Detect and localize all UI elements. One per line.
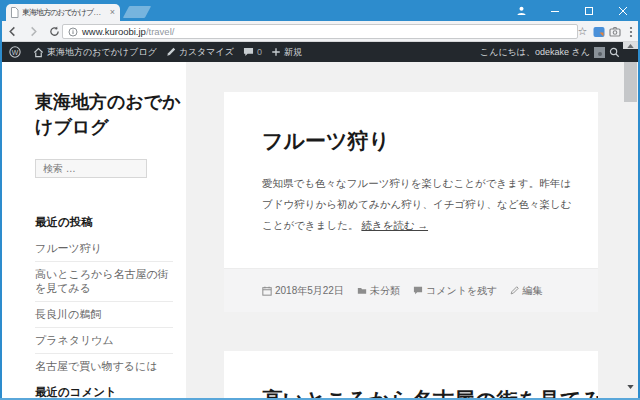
post-excerpt: 愛知県でも色々なフルーツ狩りを楽しむことができます。昨年はブドウ狩りから初めてみ… [262,173,578,236]
post-title-link[interactable]: フルーツ狩り [224,92,598,156]
admin-bar-site-link[interactable]: 東海地方のおでかけブログ [33,46,157,59]
search-icon[interactable] [609,47,620,58]
window-border-left [0,21,2,400]
plus-icon [271,47,281,57]
scrollbar-thumb[interactable] [624,62,637,102]
wp-admin-bar: W 東海地方のおでかけブログ カスタマイズ 0 新規 こんにちは、odekake… [0,42,640,62]
recent-post-link[interactable]: プラネタリウム [35,328,173,354]
post-title-link[interactable]: 高いところから名古屋の街を見てみる [224,351,598,398]
post-card: 高いところから名古屋の街を見てみる [224,351,598,398]
scrollbar-down-icon[interactable] [623,382,638,392]
camera-extension-icon[interactable] [607,24,622,39]
customize-link[interactable]: カスタマイズ [166,46,234,59]
tab-title: 東海地方のおでかけブログ [22,7,106,18]
document-favicon-icon [10,7,19,18]
customize-pencil-icon [166,47,176,57]
post-date: 2018年5月22日 [262,284,344,298]
svg-text:W: W [12,49,19,56]
page-content: 東海地方のおでかけブログ 最近の投稿 フルーツ狩り高いところから名古屋の街を見て… [2,62,638,398]
comment-icon [413,286,423,295]
recent-post-link[interactable]: 名古屋で買い物するには [35,354,173,379]
new-content-link[interactable]: 新規 [271,46,302,59]
minimize-button[interactable] [538,0,572,21]
post-card: フルーツ狩り 愛知県でも色々なフルーツ狩りを楽しむことができます。昨年はブドウ狩… [224,92,598,312]
post-meta-footer: 2018年5月22日 未分類 コメントを残す 編集 [224,268,598,312]
comments-count: 0 [257,47,262,57]
menu-dots-icon[interactable] [623,24,638,39]
main-content: フルーツ狩り 愛知県でも色々なフルーツ狩りを楽しむことができます。昨年はブドウ狩… [186,62,625,398]
home-icon [33,47,44,58]
tab-close-icon[interactable]: × [109,8,116,17]
url-host: www.kuroobi.jp [82,26,146,37]
admin-greeting[interactable]: こんにちは、odekake さん [480,46,590,59]
blog-title[interactable]: 東海地方のおでかけブログ [35,90,185,140]
recent-post-link[interactable]: 高いところから名古屋の街を見てみる [35,262,173,302]
new-tab-button[interactable] [123,6,151,18]
back-icon[interactable] [3,22,21,40]
new-label: 新規 [284,46,302,59]
leave-comment-link[interactable]: コメントを残す [413,284,497,298]
page-scrollbar[interactable] [623,42,638,398]
recent-post-link[interactable]: 長良川の鵜飼 [35,302,173,328]
browser-tab[interactable]: 東海地方のおでかけブログ × [6,4,120,21]
profile-icon[interactable] [504,0,538,21]
comments-link[interactable]: 0 [243,47,262,57]
bookmark-star-icon[interactable]: ☆ [575,24,590,39]
read-more-link[interactable]: 続きを読む → [361,219,428,231]
comments-bubble-icon [243,47,254,57]
browser-toolbar: www.kuroobi.jp/travel/ ☆ [0,21,640,42]
recent-comments-heading: 最近のコメント [35,385,117,398]
edit-post-link[interactable]: 編集 [510,284,542,298]
scrollbar-up-icon[interactable] [623,42,638,49]
scrollbar-dark-segment [623,49,638,62]
blue-extension-icon[interactable] [591,24,606,39]
sidebar: 東海地方のおでかけブログ 最近の投稿 フルーツ狩り高いところから名古屋の街を見て… [2,62,186,398]
search-input[interactable] [35,159,147,178]
reload-icon[interactable] [45,22,63,40]
folder-icon [357,286,367,295]
post-category-link[interactable]: 未分類 [357,284,400,298]
titlebar: 東海地方のおでかけブログ × [0,0,640,21]
info-icon[interactable] [68,27,78,37]
recent-post-link[interactable]: フルーツ狩り [35,236,173,262]
recent-posts-heading: 最近の投稿 [35,215,93,230]
calendar-icon [262,286,272,296]
address-bar[interactable]: www.kuroobi.jp/travel/ [62,24,578,39]
wp-logo-icon[interactable]: W [9,46,24,58]
browser-window: 東海地方のおでかけブログ × [0,0,640,400]
close-button[interactable] [606,0,640,21]
edit-pencil-icon [510,286,519,295]
recent-posts-list: フルーツ狩り高いところから名古屋の街を見てみる長良川の鵜飼プラネタリウム名古屋で… [35,236,173,379]
forward-icon[interactable] [24,22,42,40]
maximize-button[interactable] [572,0,606,21]
admin-bar-site-name: 東海地方のおでかけブログ [47,46,157,59]
url-path: /travel/ [146,26,175,37]
avatar[interactable] [594,47,605,58]
customize-label: カスタマイズ [179,46,234,59]
